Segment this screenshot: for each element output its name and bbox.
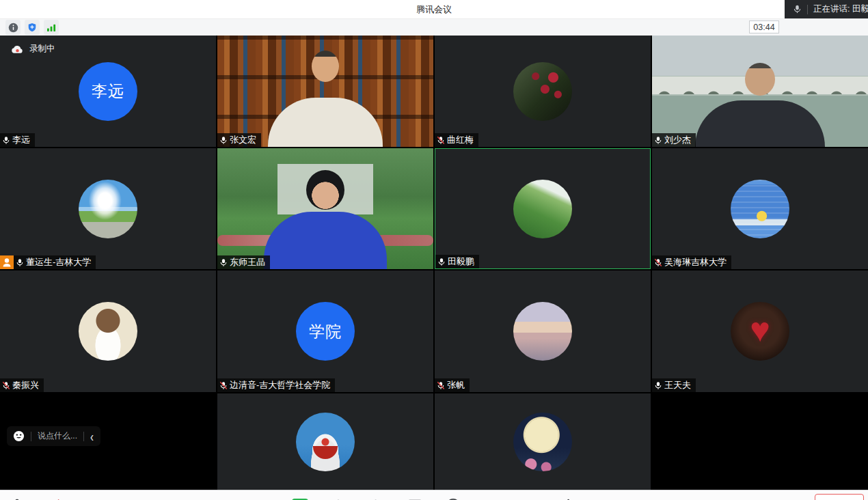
photo-green-hill-avatar (513, 180, 572, 238)
share-screen-icon[interactable] (291, 492, 309, 500)
video-bookshelf-feed (217, 36, 433, 147)
members-icon[interactable] (329, 492, 347, 500)
bottom-toolbar (0, 490, 868, 500)
chat-icon[interactable] (406, 492, 424, 500)
participant-label: 李远 (0, 133, 35, 147)
mic-on-icon (793, 5, 802, 14)
video-lake-bridge-feed (652, 36, 868, 147)
person-torso (264, 212, 387, 269)
raise-hand-badge (0, 255, 14, 269)
window-titlebar: 腾讯会议 (0, 0, 868, 19)
photo-plum-blossom-avatar (513, 62, 572, 121)
participant-label: 边清音-吉大哲学社会学院 (217, 378, 335, 392)
emoji-icon[interactable] (13, 430, 25, 442)
mic-muted-icon (654, 258, 662, 267)
participant-label: 曲红梅 (435, 133, 478, 147)
person-head (306, 170, 344, 210)
photo-blue-sea-avatar (731, 180, 789, 238)
end-meeting-button[interactable] (815, 494, 864, 500)
recording-label: 录制中 (29, 43, 55, 55)
participant-name: 东师王晶 (230, 256, 265, 268)
person-torso (695, 100, 825, 147)
video-tile-张帆[interactable]: 张帆 (435, 270, 651, 392)
meeting-timer: 03:44 (749, 20, 779, 33)
chat-input-placeholder[interactable]: 说点什么... (38, 430, 77, 442)
video-tile-slot-14[interactable] (217, 393, 433, 490)
photo-heart-flowers-avatar (731, 302, 789, 361)
initial-avatar: 李远 (79, 62, 137, 121)
video-tile-张文宏[interactable]: 张文宏 (217, 36, 433, 147)
photo-sky-road-avatar (79, 180, 137, 238)
initial-avatar: 学院 (296, 302, 355, 361)
mic-icon[interactable] (8, 492, 26, 500)
video-tile-王天夫[interactable]: 王天夫 (652, 270, 868, 392)
participant-name: 董运生-吉林大学 (26, 256, 91, 268)
chevron-left-icon[interactable]: ‹ (90, 429, 94, 443)
video-tile-田毅鹏[interactable]: 田毅鹏 (435, 148, 651, 269)
info-icon[interactable] (5, 20, 21, 35)
video-grid: 李远 录制中 李远 张文宏 曲红梅 (0, 36, 868, 490)
photo-doraemon-avatar (296, 413, 355, 471)
window-title: 腾讯会议 (0, 0, 868, 19)
participant-name: 张帆 (447, 379, 465, 391)
video-tile-刘少杰[interactable]: 刘少杰 (652, 36, 868, 147)
mic-on-icon (219, 136, 228, 145)
video-tile-slot-16[interactable] (652, 393, 868, 490)
mic-on-icon (437, 258, 446, 266)
person-torso (268, 98, 383, 147)
participant-label: 张文宏 (217, 133, 261, 147)
participant-label: 秦振兴 (0, 378, 44, 392)
participant-label: 王天夫 (652, 378, 696, 392)
active-speaker-banner: 正在讲话: 田毅鹏 (785, 0, 868, 18)
video-campus-feed (217, 148, 433, 269)
video-tile-董运生-吉林大学[interactable]: 董运生-吉林大学 (0, 148, 216, 269)
video-tile-李远[interactable]: 李远 录制中 李远 (0, 36, 216, 147)
apps-icon[interactable] (483, 492, 500, 500)
mic-muted-icon (219, 381, 228, 390)
video-tile-slot-15[interactable] (435, 393, 651, 490)
mic-on-icon (654, 381, 662, 390)
camera-off-icon[interactable] (56, 492, 74, 500)
shield-icon[interactable] (25, 20, 40, 35)
settings-icon[interactable] (559, 492, 577, 500)
participant-name: 李远 (12, 134, 30, 146)
video-tile-边清音-吉大哲学社会学院[interactable]: 学院 边清音-吉大哲学社会学院 (217, 270, 433, 392)
participant-name: 吴海琳吉林大学 (664, 256, 727, 268)
participant-label: 张帆 (435, 378, 470, 392)
mic-muted-icon (437, 381, 445, 390)
layout-icon[interactable] (521, 492, 539, 500)
video-tile-吴海琳吉林大学[interactable]: 吴海琳吉林大学 (652, 148, 868, 269)
record-icon[interactable] (444, 492, 462, 500)
video-tile-东师王晶[interactable]: 东师王晶 (217, 148, 433, 269)
participant-name: 边清音-吉大哲学社会学院 (230, 379, 330, 391)
person-head (312, 51, 339, 82)
photo-moon-night-avatar (513, 413, 572, 471)
chat-quick-input[interactable]: 说点什么... ‹ (7, 426, 100, 446)
video-tile-秦振兴[interactable]: 秦振兴 (0, 270, 216, 392)
participant-name: 秦振兴 (12, 379, 39, 391)
cloud-record-icon (11, 44, 24, 54)
mic-on-icon (654, 136, 662, 145)
photo-sunset-lake-avatar (513, 302, 572, 361)
recording-indicator: 录制中 (11, 43, 55, 55)
mic-on-icon (219, 258, 228, 267)
video-tile-曲红梅[interactable]: 曲红梅 (435, 36, 651, 147)
mic-on-icon (2, 136, 10, 145)
person-head (745, 63, 775, 96)
active-speaker-text: 正在讲话: 田毅鹏 (813, 3, 868, 15)
invite-icon[interactable] (368, 492, 385, 500)
photo-cartoon-reader-avatar (79, 302, 137, 361)
participant-name: 田毅鹏 (448, 255, 474, 268)
participant-label: 吴海琳吉林大学 (652, 255, 731, 269)
participant-name: 曲红梅 (447, 134, 474, 146)
mic-muted-icon (437, 136, 445, 145)
mic-muted-icon (2, 381, 10, 390)
meeting-window: 腾讯会议 03:44 (0, 0, 868, 500)
meeting-status-bar: 03:44 (0, 19, 868, 36)
participant-label: 东师王晶 (217, 255, 270, 269)
participant-label: 董运生-吉林大学 (0, 255, 96, 269)
participant-label: 田毅鹏 (435, 255, 479, 268)
network-signal-icon[interactable] (44, 20, 59, 35)
mic-on-icon (16, 258, 24, 267)
participant-name: 刘少杰 (664, 134, 691, 146)
